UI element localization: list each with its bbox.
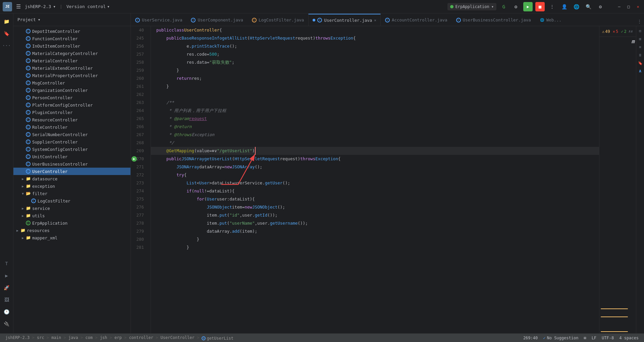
project-dropdown-icon: ▾ (53, 4, 56, 9)
tab-UserController[interactable]: C UserController.java ✕ (308, 14, 381, 26)
file-circle-icon: C (25, 80, 31, 86)
tree-item-SerialNumberController[interactable]: C SerialNumberController (13, 131, 130, 138)
tree-item-MsgController[interactable]: C MsgController (13, 79, 130, 87)
tree-item-MaterialCategoryController[interactable]: C MaterialCategoryController (13, 50, 130, 57)
code-area[interactable]: public class UserController { public Bas… (151, 26, 599, 333)
tab-web[interactable]: 🌐 Web... (535, 14, 566, 26)
sidebar-icon-bookmarks[interactable]: 🔖 (1, 28, 12, 39)
warning-count: ⚠ 49 (602, 29, 610, 34)
right-tool-structure[interactable]: ≡ (637, 44, 644, 50)
tree-item-DepotItemController[interactable]: C DepotItemController (13, 27, 130, 35)
sidebar-icon-terminal[interactable]: T (1, 258, 12, 269)
status-indent[interactable]: 4 spaces (616, 334, 641, 342)
run-button[interactable]: ▶ (523, 2, 533, 11)
tree-item-SupplierController[interactable]: C SupplierController (13, 138, 130, 146)
minimize-button[interactable]: — (616, 3, 623, 10)
code-line-263: /** (151, 99, 599, 107)
right-tool-diff[interactable]: ⊞ (637, 36, 644, 42)
tree-item-label: MaterialPropertyController (32, 73, 98, 78)
tree-item-label: PersonController (32, 95, 72, 100)
gutter-263: 263 (131, 99, 147, 107)
tree-item-utils[interactable]: ▶ 📁 utils (13, 212, 130, 219)
sidebar-icons-bottom: T ▶ 🚀 🖼 🕐 🔌 (1, 258, 12, 331)
search-icon[interactable]: 🔍 (584, 2, 593, 11)
status-grid[interactable]: ⊞ (581, 334, 589, 342)
tree-item-PlatformConfigController[interactable]: C PlatformConfigController (13, 101, 130, 109)
tab-icon: 🌐 (540, 18, 544, 22)
tree-item-datasource[interactable]: ▶ 📁 datasource (13, 175, 130, 182)
tab-LogCostFilter[interactable]: C LogCostFilter.java (248, 14, 308, 26)
code-line-266: * @return (151, 123, 599, 131)
settings-icon-btn[interactable]: ⚙ (511, 2, 521, 11)
tree-item-RoleController[interactable]: C RoleController (13, 123, 130, 131)
file-circle-icon: C (25, 102, 31, 108)
tree-item-OrganizationController[interactable]: C OrganizationController (13, 87, 130, 94)
sidebar-icon-folder[interactable]: 📁 (1, 16, 12, 27)
tree-item-UserBusinessController[interactable]: C UserBusinessController (13, 160, 130, 168)
tree-item-label: DepotItemController (32, 29, 80, 34)
status-position[interactable]: 269:40 (521, 334, 540, 342)
code-line-281: } (151, 243, 599, 251)
translate-icon[interactable]: 🌐 (572, 2, 581, 11)
sidebar-icon-plugin[interactable]: 🔌 (1, 319, 12, 329)
code-line-262 (151, 91, 599, 99)
close-button[interactable]: ✕ (635, 3, 641, 10)
version-control-selector[interactable]: Version control ▾ (66, 4, 110, 9)
tree-item-ResourceController[interactable]: C ResourceController (13, 116, 130, 123)
tree-item-PluginController[interactable]: C PluginController (13, 109, 130, 116)
sidebar-icon-deploy[interactable]: 🚀 (1, 282, 12, 293)
tree-item-label: resources (27, 228, 50, 233)
tab-icon: C (252, 18, 257, 22)
gutter-279: 279 (131, 227, 147, 235)
tree-item-UnitController[interactable]: C UnitController (13, 153, 130, 160)
code-line-259: } (151, 66, 599, 74)
status-vcs[interactable]: ✓ No Suggestion (540, 334, 581, 342)
status-lf[interactable]: LF (589, 334, 599, 342)
tree-item-FunctionController[interactable]: C FunctionController (13, 35, 130, 42)
tree-item-resources[interactable]: ▶ 📁 resources (13, 227, 130, 234)
right-tool-font[interactable]: A (637, 68, 644, 74)
file-circle-icon: C (25, 124, 31, 130)
tree-item-ErpApplication[interactable]: E ErpApplication (13, 219, 130, 227)
tab-UserBusinessController[interactable]: C UserBusinessController.java (452, 14, 535, 26)
tree-item-SystemConfigController[interactable]: C SystemConfigController (13, 146, 130, 153)
sidebar-icon-dots[interactable]: ··· (1, 40, 12, 51)
gear-icon[interactable]: ⚙ (596, 2, 605, 11)
tree-item-LogCostFilter[interactable]: C LogCostFilter (13, 197, 130, 205)
sidebar-icon-image[interactable]: 🖼 (1, 294, 12, 305)
erp-app-button[interactable]: ErpApplication ▾ (447, 3, 496, 10)
tab-more-button[interactable]: ⋮ (635, 16, 644, 26)
tab-UserService[interactable]: C UserService.java (131, 14, 186, 26)
tree-item-InOutItemController[interactable]: C InOutItemController (13, 42, 130, 50)
tree-item-exception[interactable]: ▶ 📁 exception (13, 182, 130, 190)
tab-UserComponent[interactable]: C UserComponent.java (186, 14, 247, 26)
project-selector[interactable]: jshERP-2.3 ▾ (25, 4, 56, 9)
tree-item-MaterialExtendController[interactable]: C MaterialExtendController (13, 64, 130, 72)
tree-item-MaterialPropertyController[interactable]: C MaterialPropertyController (13, 72, 130, 79)
tab-close-button[interactable]: ✕ (374, 18, 376, 22)
hamburger-menu[interactable]: ☰ (15, 2, 22, 11)
sidebar-icon-play[interactable]: ▶ (1, 270, 12, 281)
stop-button[interactable]: ■ (535, 2, 545, 11)
tree-item-UserController[interactable]: C UserController (13, 168, 130, 175)
tree-item-service[interactable]: ▶ 📁 service (13, 205, 130, 212)
code-line-268: */ (151, 139, 599, 147)
tree-item-filter[interactable]: ▼ 📂 filter (13, 190, 130, 197)
user-icon[interactable]: 👤 (559, 2, 569, 11)
tree-item-mapper_xml[interactable]: ▶ 📁 mapper_xml (13, 234, 130, 241)
right-tool-bookmark[interactable]: 🔖 (637, 60, 644, 66)
tree-item-MaterialController[interactable]: C MaterialController (13, 57, 130, 64)
more-options-icon[interactable]: ⋮ (547, 2, 557, 11)
git-icon-btn[interactable]: G (499, 2, 508, 11)
tree-item-PersonController[interactable]: C PersonController (13, 94, 130, 101)
right-tool-split[interactable]: ⊟ (637, 27, 644, 34)
right-tool-layers[interactable]: ≣ (637, 52, 644, 58)
tab-AccountController[interactable]: C AccountController.java (381, 14, 452, 26)
gutter-run-icon: ▶ (131, 156, 137, 162)
status-encoding[interactable]: UTF-8 (599, 334, 616, 342)
sidebar-icon-clock[interactable]: 🕐 (1, 306, 12, 317)
error-indicator-bar: ⚠ 49 ✕ 5 ✓ 2 ∧∨ (599, 26, 636, 37)
maximize-button[interactable]: □ (625, 3, 632, 10)
tree-item-label: ErpApplication (32, 221, 67, 226)
minimap-panel: m (599, 37, 636, 307)
